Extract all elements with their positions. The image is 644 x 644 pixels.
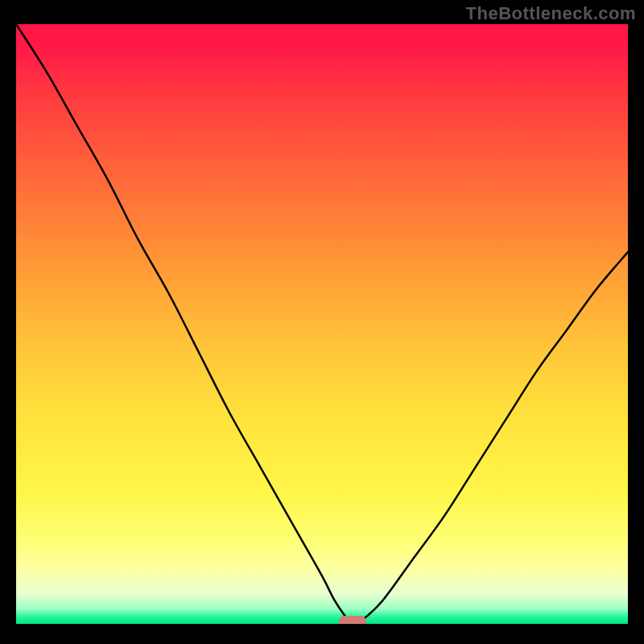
bottleneck-curve [16,24,628,624]
optimal-point-marker [339,616,366,624]
chart-frame: TheBottleneck.com [0,0,644,644]
watermark-text: TheBottleneck.com [466,3,636,24]
plot-area [16,24,628,624]
